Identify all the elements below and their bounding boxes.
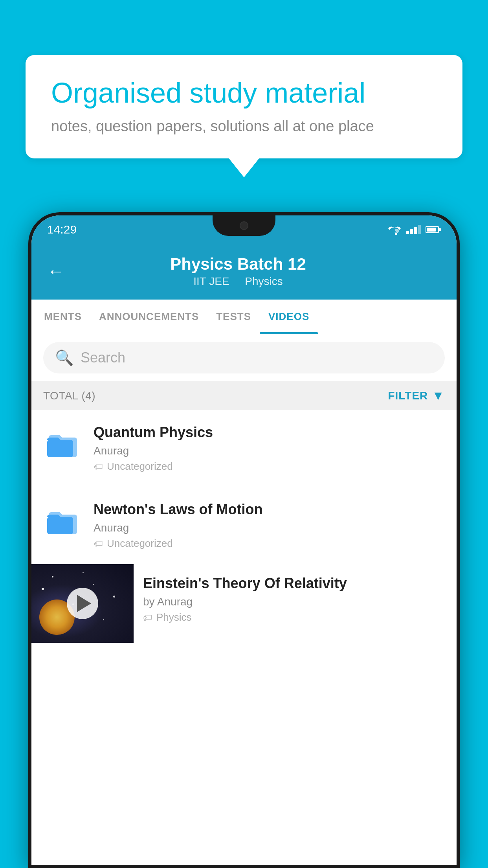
camera-dot	[240, 221, 248, 230]
video-item-tag-label: Physics	[156, 611, 192, 623]
header-subtitle: IIT JEE Physics	[76, 275, 400, 288]
content-list: Quantum Physics Anurag 🏷 Uncategorized	[31, 410, 457, 643]
play-triangle-icon	[77, 595, 91, 612]
svg-rect-2	[47, 440, 73, 457]
svg-rect-4	[47, 517, 73, 534]
tab-announcements[interactable]: ANNOUNCEMENTS	[90, 300, 207, 334]
search-icon: 🔍	[55, 349, 73, 366]
tab-tests[interactable]: TESTS	[207, 300, 260, 334]
filter-icon: ▼	[432, 388, 445, 403]
app-header: ← Physics Batch 12 IIT JEE Physics	[31, 244, 457, 300]
search-container: 🔍 Search	[31, 334, 457, 381]
play-button[interactable]	[67, 588, 98, 619]
video-thumbnail	[31, 564, 134, 643]
filter-bar: TOTAL (4) FILTER ▼	[31, 381, 457, 410]
video-item-author: by Anurag	[143, 596, 447, 608]
status-time: 14:29	[47, 223, 77, 236]
list-item[interactable]: Quantum Physics Anurag 🏷 Uncategorized	[31, 410, 457, 487]
phone-frame: 14:29	[28, 212, 460, 868]
header-subtitle-right: Physics	[245, 275, 283, 287]
tag-icon: 🏷	[143, 612, 152, 623]
signal-bar-3	[414, 227, 417, 234]
video-list-item[interactable]: Einstein's Theory Of Relativity by Anura…	[31, 564, 457, 643]
speech-bubble-subtitle: notes, question papers, solutions all at…	[51, 118, 437, 135]
item-tag-label: Uncategorized	[107, 460, 173, 473]
search-placeholder-text: Search	[81, 349, 125, 366]
tabs-bar: MENTS ANNOUNCEMENTS TESTS VIDEOS	[31, 300, 457, 334]
filter-label: FILTER	[388, 390, 428, 402]
phone-inner: 14:29	[31, 215, 457, 865]
status-bar: 14:29	[31, 215, 457, 244]
item-tag: 🏷 Uncategorized	[94, 537, 445, 550]
search-input-wrap[interactable]: 🔍 Search	[43, 342, 445, 373]
list-item-icon	[43, 424, 83, 463]
wifi-icon	[387, 224, 402, 235]
video-item-content: Einstein's Theory Of Relativity by Anura…	[134, 564, 457, 634]
tab-videos[interactable]: VIDEOS	[260, 300, 318, 334]
video-item-title: Einstein's Theory Of Relativity	[143, 575, 447, 592]
item-tag: 🏷 Uncategorized	[94, 460, 445, 473]
back-button[interactable]: ←	[47, 261, 64, 281]
tag-icon: 🏷	[94, 538, 103, 549]
signal-bar-2	[410, 229, 413, 234]
header-subtitle-left: IIT JEE	[193, 275, 229, 287]
battery-icon	[426, 226, 441, 233]
item-author: Anurag	[94, 522, 445, 534]
folder-icon	[47, 428, 79, 460]
list-item-icon	[43, 501, 83, 541]
speech-bubble-title: Organised study material	[51, 77, 437, 109]
filter-button[interactable]: FILTER ▼	[388, 388, 445, 403]
tab-ments[interactable]: MENTS	[35, 300, 90, 334]
status-icons	[387, 224, 441, 235]
list-item-content: Quantum Physics Anurag 🏷 Uncategorized	[94, 424, 445, 473]
item-tag-label: Uncategorized	[107, 537, 173, 550]
header-title-area: Physics Batch 12 IIT JEE Physics	[76, 255, 400, 288]
item-title: Quantum Physics	[94, 424, 445, 441]
battery-body	[426, 226, 439, 233]
signal-bar-1	[406, 231, 409, 234]
total-count: TOTAL (4)	[43, 390, 95, 402]
header-main-title: Physics Batch 12	[76, 255, 400, 274]
tag-icon: 🏷	[94, 461, 103, 472]
battery-tip	[439, 228, 441, 231]
signal-bar-4	[418, 225, 421, 234]
list-item[interactable]: Newton's Laws of Motion Anurag 🏷 Uncateg…	[31, 487, 457, 564]
signal-bars	[406, 225, 421, 234]
video-item-tag: 🏷 Physics	[143, 611, 447, 623]
battery-fill	[427, 228, 436, 232]
speech-bubble: Organised study material notes, question…	[26, 55, 462, 158]
list-item-content: Newton's Laws of Motion Anurag 🏷 Uncateg…	[94, 501, 445, 550]
folder-icon	[47, 505, 79, 537]
item-title: Newton's Laws of Motion	[94, 501, 445, 518]
item-author: Anurag	[94, 445, 445, 457]
notch	[213, 215, 275, 236]
speech-bubble-container: Organised study material notes, question…	[26, 55, 462, 158]
